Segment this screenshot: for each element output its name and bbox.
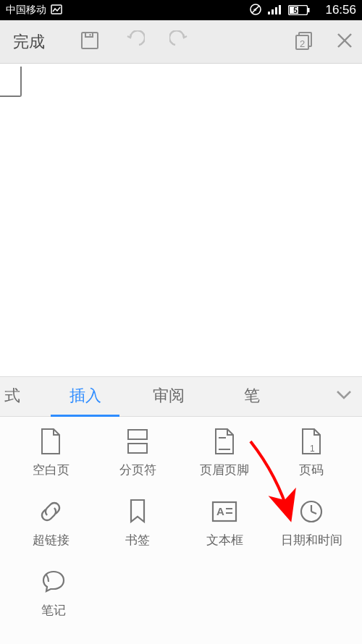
mute-icon bbox=[249, 3, 262, 18]
hyperlink-icon bbox=[36, 497, 65, 526]
toolbar: 完成 2 bbox=[0, 20, 362, 64]
svg-rect-4 bbox=[272, 9, 274, 14]
svg-rect-3 bbox=[268, 12, 270, 14]
item-note[interactable]: 笔记 bbox=[13, 567, 94, 619]
item-hyperlink[interactable]: 超链接 bbox=[10, 497, 91, 548]
note-label: 笔记 bbox=[41, 602, 66, 619]
svg-text:A: A bbox=[216, 505, 224, 517]
status-bar: 中国移动 51 16:56 bbox=[0, 0, 362, 20]
tab-review[interactable]: 审阅 bbox=[127, 385, 210, 408]
redo-icon[interactable] bbox=[169, 30, 190, 54]
tab-insert[interactable]: 插入 bbox=[43, 385, 127, 408]
collapse-chevron-icon[interactable] bbox=[326, 390, 362, 403]
hyperlink-label: 超链接 bbox=[33, 532, 70, 548]
save-icon[interactable] bbox=[80, 30, 100, 54]
document-canvas[interactable] bbox=[0, 64, 362, 376]
textbox-label: 文本框 bbox=[206, 532, 243, 548]
datetime-label: 日期和时间 bbox=[281, 532, 342, 548]
battery-icon: 51 bbox=[288, 5, 318, 15]
bookmark-label: 书签 bbox=[125, 532, 150, 548]
item-page-break[interactable]: 分页符 bbox=[97, 427, 178, 478]
tab-format[interactable]: 式 bbox=[0, 385, 43, 408]
blank-page-label: 空白页 bbox=[33, 462, 70, 478]
note-icon bbox=[39, 567, 68, 596]
page-break-icon bbox=[123, 427, 152, 456]
svg-rect-11 bbox=[85, 33, 93, 37]
item-bookmark[interactable]: 书签 bbox=[97, 497, 178, 548]
bottom-tab-bar: 式 插入 审阅 笔 bbox=[0, 376, 362, 417]
page-corner-marker bbox=[0, 67, 22, 97]
svg-rect-8 bbox=[308, 8, 310, 12]
blank-page-icon bbox=[36, 427, 65, 456]
signal-icon bbox=[268, 4, 282, 17]
header-footer-icon bbox=[210, 427, 239, 456]
tab-pen[interactable]: 笔 bbox=[210, 385, 293, 408]
close-icon[interactable] bbox=[334, 30, 355, 54]
clock-label: 16:56 bbox=[325, 3, 356, 17]
pages-icon[interactable]: 2 bbox=[294, 30, 314, 54]
carrier-label: 中国移动 bbox=[6, 4, 46, 17]
undo-icon[interactable] bbox=[125, 30, 145, 54]
screenshot-icon bbox=[51, 4, 62, 17]
svg-rect-17 bbox=[128, 430, 147, 439]
svg-rect-6 bbox=[279, 5, 281, 14]
annotation-arrow bbox=[237, 436, 317, 530]
svg-rect-5 bbox=[275, 7, 277, 14]
bookmark-icon bbox=[123, 497, 152, 526]
item-blank-page[interactable]: 空白页 bbox=[10, 427, 91, 478]
page-break-label: 分页符 bbox=[119, 462, 156, 478]
done-button[interactable]: 完成 bbox=[7, 31, 51, 53]
svg-rect-18 bbox=[128, 444, 147, 453]
textbox-icon: A bbox=[210, 497, 239, 526]
